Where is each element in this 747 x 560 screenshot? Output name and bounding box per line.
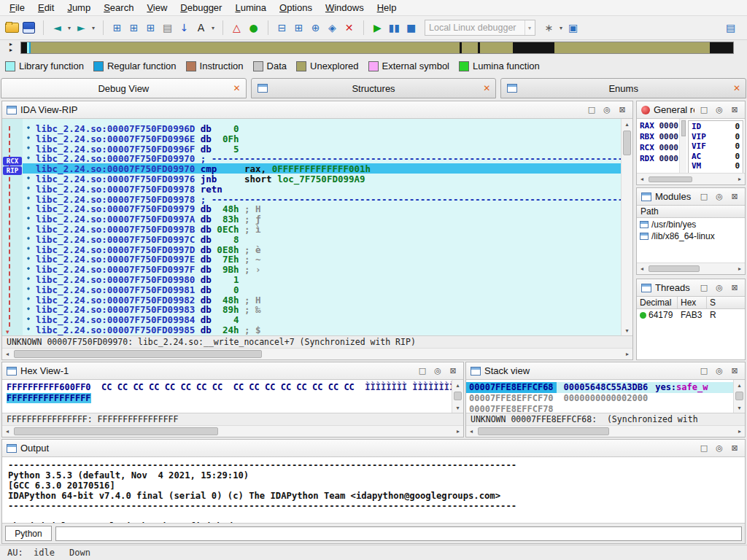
0[interactable]: libc_2.24.so:00007F750FD09981 db 0 xyxy=(23,284,621,295)
scroll-up-icon[interactable] xyxy=(735,380,745,390)
minimize-button[interactable]: □ xyxy=(698,365,710,377)
scroll-right-icon[interactable] xyxy=(735,427,745,437)
0Fh[interactable]: libc_2.24.so:00007F750FD0996E db 0Fh xyxy=(23,133,621,144)
close-tab-icon[interactable]: ✕ xyxy=(483,83,490,93)
0E8h[interactable]: libc_2.24.so:00007F750FD0997D db 0E8h ; … xyxy=(23,244,621,254)
save-icon[interactable] xyxy=(20,19,37,36)
disassembly-listing[interactable]: libc_2.24.so:00007F750FD0996D db 0libc_2… xyxy=(23,119,621,335)
menu-item[interactable]: Debugger xyxy=(174,1,228,15)
float-button[interactable]: ◎ xyxy=(713,365,725,377)
close-button[interactable]: ⊠ xyxy=(729,282,740,294)
font-dropdown-icon[interactable]: ▾ xyxy=(209,19,217,36)
minimize-button[interactable]: □ xyxy=(698,104,710,116)
debugger-setup-icon[interactable]: ∗ xyxy=(541,19,557,36)
scroll-left-icon[interactable] xyxy=(2,427,12,437)
scroll-right-icon[interactable] xyxy=(735,264,745,274)
VM[interactable]: VM0 xyxy=(692,161,740,171)
panel-titlebar[interactable]: Output □ ◎ ⊠ xyxy=(2,440,745,457)
vertical-scrollbar[interactable] xyxy=(733,380,745,413)
stack-row[interactable]: 00007FFE8EFFCF700000000000002000 xyxy=(466,393,733,404)
windows-list-icon[interactable]: ▤ xyxy=(722,19,739,36)
AC[interactable]: AC0 xyxy=(692,152,740,162)
scrollbar-thumb[interactable] xyxy=(681,120,686,136)
scroll-down-icon[interactable] xyxy=(622,325,632,335)
stack-row[interactable]: 00007FFE8EFFCF6800005648C55A3DB6yes:safe… xyxy=(466,382,733,393)
breakpoint-add-icon[interactable]: ⊞ xyxy=(290,19,307,36)
float-button[interactable]: ◎ xyxy=(713,191,725,203)
panel-titlebar[interactable]: IDA View-RIP □ ◎ ⊠ xyxy=(2,101,632,119)
RCX[interactable]: RCX 0000 xyxy=(640,142,679,153)
horizontal-scrollbar[interactable] xyxy=(466,425,745,437)
open-file-icon[interactable] xyxy=(4,19,20,36)
scroll-left-icon[interactable] xyxy=(637,174,647,184)
menu-item[interactable]: Lumina xyxy=(228,1,273,15)
output-log[interactable]: ----------------------------------------… xyxy=(2,457,745,524)
pause-process-icon[interactable]: ▮▮ xyxy=(386,19,403,36)
column-header-decimal[interactable]: Decimal xyxy=(637,297,678,308)
navband-scroll-icons[interactable]: ▸ ▸ xyxy=(9,42,12,53)
scroll-up-icon[interactable] xyxy=(453,380,463,390)
toolbar-separator[interactable] xyxy=(97,20,104,35)
stack-row[interactable]: 00007FFE8EFFCF78 xyxy=(466,404,733,413)
panel-titlebar[interactable]: Hex View-1 □ ◎ ⊠ xyxy=(2,362,463,380)
tab-enums[interactable]: Enums ✕ xyxy=(500,78,746,98)
89h[interactable]: libc_2.24.so:00007F750FD09983 db 89h ; ‰ xyxy=(23,304,621,314)
menu-item[interactable]: Jump xyxy=(61,1,97,15)
0ECh[interactable]: libc_2.24.so:00007F750FD0997B db 0ECh ; … xyxy=(23,224,621,234)
vertical-scrollbar[interactable] xyxy=(621,119,632,335)
tab-structures[interactable]: Structures ✕ xyxy=(251,78,497,98)
toolbar-separator[interactable] xyxy=(37,20,44,35)
jump-function-icon[interactable]: ⊞ xyxy=(142,19,159,36)
back-icon[interactable]: ◄ xyxy=(49,19,66,36)
ID[interactable]: ID0 xyxy=(692,122,740,132)
scrollbar-thumb[interactable] xyxy=(478,427,609,435)
stop-process-icon[interactable]: ■ xyxy=(403,19,419,36)
float-button[interactable]: ◎ xyxy=(713,443,725,454)
vertical-scrollbar[interactable] xyxy=(452,380,463,413)
48h[interactable]: libc_2.24.so:00007F750FD09982 db 48h ; H xyxy=(23,295,621,305)
debugger-select[interactable]: Local Linux debugger ▾ xyxy=(425,20,535,36)
forward-dropdown-icon[interactable]: ▾ xyxy=(90,19,97,36)
disasm-line[interactable]: libc_2.24.so:00007F750FD09978 retn xyxy=(23,184,621,194)
jump-address-icon[interactable]: ⊞ xyxy=(109,19,125,36)
1[interactable]: libc_2.24.so:00007F750FD09980 db 1 xyxy=(23,274,621,284)
scrollbar-thumb[interactable] xyxy=(649,265,700,272)
menu-item[interactable]: Search xyxy=(97,1,140,15)
hex-line[interactable]: FFFFFFFFFFFFFFFF xyxy=(7,393,452,404)
scroll-up-icon[interactable] xyxy=(622,119,632,129)
horizontal-scrollbar[interactable] xyxy=(637,173,745,184)
7Eh[interactable]: libc_2.24.so:00007F750FD0997E db 7Eh ; ~ xyxy=(23,254,621,264)
0[interactable]: libc_2.24.so:00007F750FD0996D db 0 xyxy=(23,123,621,133)
scroll-left-icon[interactable] xyxy=(637,264,647,274)
RBX[interactable]: RBX 0000 xyxy=(640,131,679,142)
menu-item[interactable]: Options xyxy=(273,1,319,15)
navband-arrow-icon[interactable]: ▸ xyxy=(9,47,12,53)
minimize-button[interactable]: □ xyxy=(698,282,710,294)
module-row[interactable]: /lib/x86_64-linux xyxy=(637,230,745,242)
close-button[interactable]: ⊠ xyxy=(729,443,740,454)
breakpoint-toggle-icon[interactable]: ⊕ xyxy=(307,19,324,36)
close-button[interactable]: ⊠ xyxy=(447,365,459,377)
toolbar-separator[interactable] xyxy=(262,20,268,35)
close-tab-icon[interactable]: ✕ xyxy=(733,83,740,93)
scrollbar-thumb[interactable] xyxy=(14,350,262,358)
font-options-icon[interactable]: A xyxy=(193,19,209,36)
float-button[interactable]: ◎ xyxy=(601,104,613,116)
scroll-left-icon[interactable] xyxy=(466,427,476,437)
python-interpreter-button[interactable]: Python xyxy=(5,526,52,541)
navigation-band[interactable] xyxy=(20,42,734,54)
83h[interactable]: libc_2.24.so:00007F750FD0997A db 83h ; ƒ xyxy=(23,214,621,224)
trace-enabled-icon[interactable]: ● xyxy=(245,19,262,36)
horizontal-scrollbar[interactable] xyxy=(637,262,745,274)
panel-titlebar[interactable]: Stack view □ ◎ ⊠ xyxy=(466,362,745,380)
breakpoint-triangle-icon[interactable]: △ xyxy=(228,19,245,36)
back-dropdown-icon[interactable]: ▾ xyxy=(66,19,73,36)
float-button[interactable]: ◎ xyxy=(713,282,725,294)
menu-item[interactable]: View xyxy=(140,1,174,15)
vertical-scrollbar[interactable] xyxy=(679,119,686,173)
forward-icon[interactable]: ► xyxy=(73,19,90,36)
float-button[interactable]: ◎ xyxy=(432,365,444,377)
jump-name-icon[interactable]: ⊞ xyxy=(125,19,142,36)
RDX[interactable]: RDX 0000 xyxy=(640,153,679,164)
24h[interactable]: libc_2.24.so:00007F750FD09985 db 24h ; $ xyxy=(23,324,621,335)
